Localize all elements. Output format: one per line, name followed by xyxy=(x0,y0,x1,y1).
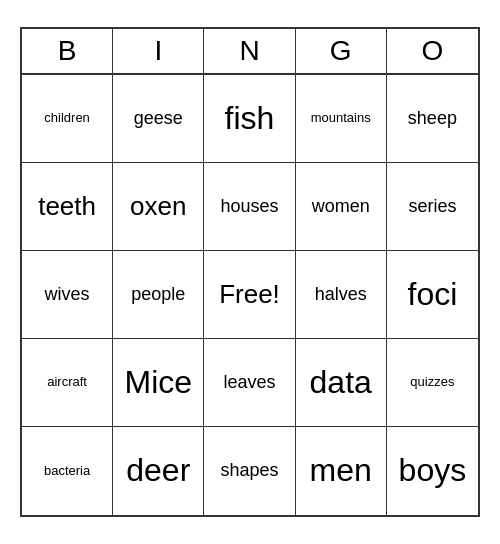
bingo-cell: women xyxy=(296,163,387,251)
bingo-cell: leaves xyxy=(204,339,295,427)
cell-text: wives xyxy=(45,285,90,305)
header-cell-g: G xyxy=(296,29,387,73)
cell-text: data xyxy=(310,365,372,400)
cell-text: fish xyxy=(225,101,275,136)
cell-text: deer xyxy=(126,453,190,488)
cell-text: geese xyxy=(134,109,183,129)
bingo-cell: children xyxy=(22,75,113,163)
cell-text: teeth xyxy=(38,192,96,221)
bingo-cell: geese xyxy=(113,75,204,163)
cell-text: shapes xyxy=(220,461,278,481)
bingo-cell: mountains xyxy=(296,75,387,163)
bingo-cell: fish xyxy=(204,75,295,163)
bingo-cell: data xyxy=(296,339,387,427)
header-cell-i: I xyxy=(113,29,204,73)
bingo-header: BINGO xyxy=(22,29,478,75)
bingo-cell: foci xyxy=(387,251,478,339)
bingo-cell: Mice xyxy=(113,339,204,427)
cell-text: bacteria xyxy=(44,464,90,478)
cell-text: people xyxy=(131,285,185,305)
cell-text: leaves xyxy=(223,373,275,393)
bingo-cell: boys xyxy=(387,427,478,515)
cell-text: quizzes xyxy=(410,375,454,389)
header-cell-o: O xyxy=(387,29,478,73)
cell-text: oxen xyxy=(130,192,186,221)
bingo-cell: halves xyxy=(296,251,387,339)
bingo-grid: childrengeesefishmountainssheepteethoxen… xyxy=(22,75,478,515)
bingo-cell: shapes xyxy=(204,427,295,515)
cell-text: men xyxy=(310,453,372,488)
bingo-cell: men xyxy=(296,427,387,515)
cell-text: Free! xyxy=(219,280,280,309)
cell-text: series xyxy=(408,197,456,217)
cell-text: sheep xyxy=(408,109,457,129)
bingo-cell: Free! xyxy=(204,251,295,339)
cell-text: children xyxy=(44,111,90,125)
cell-text: Mice xyxy=(125,365,193,400)
cell-text: boys xyxy=(399,453,467,488)
cell-text: halves xyxy=(315,285,367,305)
cell-text: foci xyxy=(407,277,457,312)
bingo-cell: wives xyxy=(22,251,113,339)
bingo-card: BINGO childrengeesefishmountainssheeptee… xyxy=(20,27,480,517)
bingo-cell: deer xyxy=(113,427,204,515)
bingo-cell: oxen xyxy=(113,163,204,251)
bingo-cell: bacteria xyxy=(22,427,113,515)
header-cell-b: B xyxy=(22,29,113,73)
cell-text: houses xyxy=(220,197,278,217)
cell-text: mountains xyxy=(311,111,371,125)
bingo-cell: sheep xyxy=(387,75,478,163)
bingo-cell: series xyxy=(387,163,478,251)
bingo-cell: quizzes xyxy=(387,339,478,427)
bingo-cell: aircraft xyxy=(22,339,113,427)
bingo-cell: teeth xyxy=(22,163,113,251)
cell-text: aircraft xyxy=(47,375,87,389)
cell-text: women xyxy=(312,197,370,217)
header-cell-n: N xyxy=(204,29,295,73)
bingo-cell: people xyxy=(113,251,204,339)
bingo-cell: houses xyxy=(204,163,295,251)
